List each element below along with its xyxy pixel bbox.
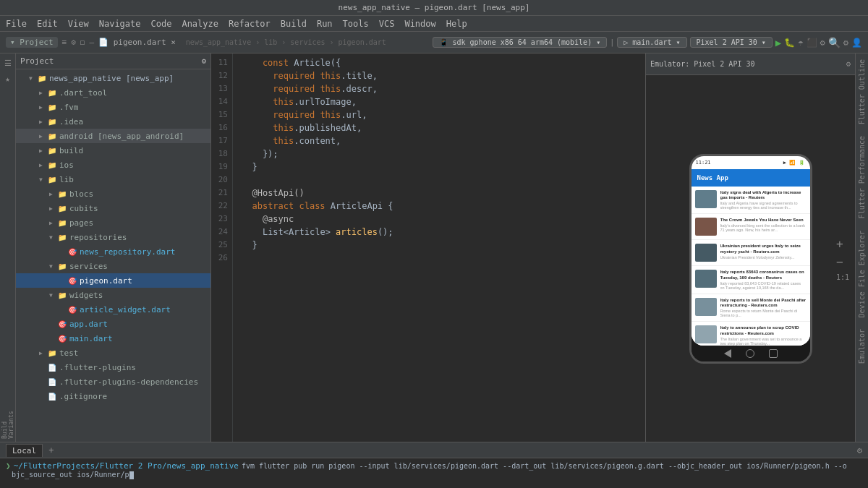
folder-test-icon: 📁 [48,349,56,357]
phone-status-bar: 11:21 ▶ 📶 🔋 [692,156,810,169]
tree-item-pages[interactable]: ▶ 📁 pages [16,215,210,230]
sidebar-gear[interactable]: ⚙ [201,56,206,66]
menu-run[interactable]: Run [317,19,333,29]
tree-item-flutter-plugins[interactable]: 📄 .flutter-plugins [16,360,210,374]
favorites-icon[interactable]: ★ [1,72,14,85]
menu-code[interactable]: Code [151,19,172,29]
tree-item-widgets[interactable]: ▼ 📁 widgets [16,288,210,302]
toolbar-icon-2: ⚙ [71,38,76,47]
tree-item-fvm[interactable]: ▶ 📁 .fvm [16,100,210,114]
tab-flutter-outline[interactable]: Flutter Outline [856,53,868,130]
phone-recent-button[interactable] [769,349,778,358]
menu-refactor[interactable]: Refactor [229,19,271,29]
tree-item-ios[interactable]: ▶ 📁 ios [16,158,210,172]
tree-arrow-fvm: ▶ [39,104,48,111]
tree-item-gitignore[interactable]: 📄 .gitignore [16,389,210,403]
emulator-settings-icon[interactable]: ⚙ [846,59,851,69]
tree-root-label: news_app_native [news_app] [49,74,174,83]
tree-arrow-blocs: ▶ [49,191,58,197]
tree-flutter-plugins-dep-label: .flutter-plugins-dependencies [59,377,198,387]
folder-idea-icon: 📁 [48,118,56,126]
tab-emulator[interactable]: Emulator [856,323,868,369]
tree-item-cubits[interactable]: ▶ 📁 cubits [16,201,210,215]
build-variants-icon[interactable]: Build Variants [1,395,14,439]
tree-gitignore-label: .gitignore [59,392,107,401]
zoom-out-icon[interactable]: − [836,254,849,268]
phone-time: 11:21 [696,160,711,166]
menu-help[interactable]: Help [446,19,467,29]
menu-view[interactable]: View [68,19,89,29]
menu-window[interactable]: Window [404,19,435,29]
stop-icon[interactable]: ⬛ [807,38,817,48]
menu-build[interactable]: Build [281,19,307,29]
terminal-content[interactable]: ❯ ~/FlutterProjects/Flutter 2 Pro/news_a… [0,458,868,488]
tree-item-pigeon[interactable]: 🎯 pigeon.dart [16,273,210,288]
tree-item-article-widget[interactable]: 🎯 article_widget.dart [16,302,210,317]
news-text-4: Italy reports 83643 coronavirus cases on… [720,270,807,290]
tree-pigeon-label: pigeon.dart [80,276,132,286]
search-icon[interactable]: 🔍 [828,37,841,48]
tree-arrow-root: ▼ [29,75,38,82]
tree-item-build[interactable]: ▶ 📁 build [16,143,210,158]
folder-dart-tool-icon: 📁 [48,89,56,97]
menu-edit[interactable]: Edit [37,19,58,29]
tree-item-services[interactable]: ▼ 📁 services [16,259,210,273]
sdk-selector[interactable]: 📱 sdk gphone x86 64 arm64 (mobile) ▾ [433,37,607,48]
gear-icon[interactable]: ⚙ [843,38,848,48]
tree-item-idea[interactable]: ▶ 📁 .idea [16,114,210,129]
tree-root[interactable]: ▼ 📁 news_app_native [news_app] [16,71,210,85]
tree-item-news-repo[interactable]: 🎯 news_repository.dart [16,244,210,259]
terminal-tab[interactable]: Local [6,444,43,457]
code-editor[interactable]: const Article({ required this.title, req… [233,53,645,442]
project-dropdown[interactable]: ▾ Project [6,37,58,48]
phone-status-icons: ▶ 📶 🔋 [783,160,806,166]
tree-item-dart-tool[interactable]: ▶ 📁 .dart_tool [16,85,210,100]
tree-arrow-build: ▶ [39,147,48,154]
file-flutter-plugins-dep-icon: 📄 [48,378,56,386]
news-title-5: Italy reports to sell Monte dei Paschi a… [720,298,807,309]
tree-cubits-label: cubits [69,204,98,213]
emulator-selector[interactable]: Pixel 2 API 30 ▾ [690,37,773,48]
tree-item-android[interactable]: ▶ 📁 android [news_app_android] [16,129,210,143]
main-dart-selector[interactable]: ▷ main.dart ▾ [617,37,686,48]
menu-vcs[interactable]: VCS [379,19,395,29]
menu-navigate[interactable]: Navigate [99,19,141,29]
user-icon[interactable]: 👤 [851,38,862,48]
tree-arrow-cubits: ▶ [49,205,58,212]
zoom-in-icon[interactable]: + [836,236,849,250]
terminal-add-icon[interactable]: + [48,445,54,455]
toolbar-left: ▾ Project ≡ ⚙ ◻ – 📄 pigeon.dart × news_a… [6,37,428,48]
tree-arrow-lib: ▼ [39,176,48,183]
phone-app-title: News App [697,174,728,181]
tree-item-main[interactable]: 🎯 main.dart [16,331,210,346]
tree-item-flutter-plugins-dep[interactable]: 📄 .flutter-plugins-dependencies [16,374,210,389]
menu-file[interactable]: File [6,19,27,29]
tree-item-test[interactable]: ▶ 📁 test [16,346,210,360]
tree-dart-tool-label: .dart_tool [59,88,107,98]
tree-services-label: services [69,262,108,271]
debug-icon[interactable]: 🐛 [784,38,795,48]
tab-device-file-explorer[interactable]: Device File Explorer [856,225,868,323]
right-tabs: Flutter Outline Flutter Performance Devi… [855,53,868,442]
phone-back-button[interactable] [724,349,731,358]
phone-screen: News App Italy signs deal with Algeria t… [692,169,810,346]
run-button[interactable]: ▶ [775,37,781,48]
phone-home-button[interactable] [746,349,754,358]
menu-tools[interactable]: Tools [343,19,369,29]
coverage-icon[interactable]: ☂ [798,38,803,48]
tree-item-repositories[interactable]: ▼ 📁 repositories [16,230,210,244]
terminal-settings-icon[interactable]: ⚙ [857,445,862,455]
news-item-6: Italy to announce plan to scrap COVID re… [692,322,810,345]
dart-main-icon: 🎯 [58,335,67,343]
menu-analyze[interactable]: Analyze [182,19,218,29]
toolbar: ▾ Project ≡ ⚙ ◻ – 📄 pigeon.dart × news_a… [0,32,868,53]
tree-pages-label: pages [69,218,93,228]
settings-icon[interactable]: ⚙ [820,38,825,48]
tree-item-app[interactable]: 🎯 app.dart [16,317,210,331]
phone-nav-bar [692,346,810,361]
tab-flutter-performance[interactable]: Flutter Performance [856,130,868,224]
tree-item-blocs[interactable]: ▶ 📁 blocs [16,187,210,201]
structure-icon[interactable]: ☰ [1,56,14,69]
terminal-prompt-line: ❯ ~/FlutterProjects/Flutter 2 Pro/news_a… [6,461,862,471]
tree-item-lib[interactable]: ▼ 📁 lib [16,172,210,187]
